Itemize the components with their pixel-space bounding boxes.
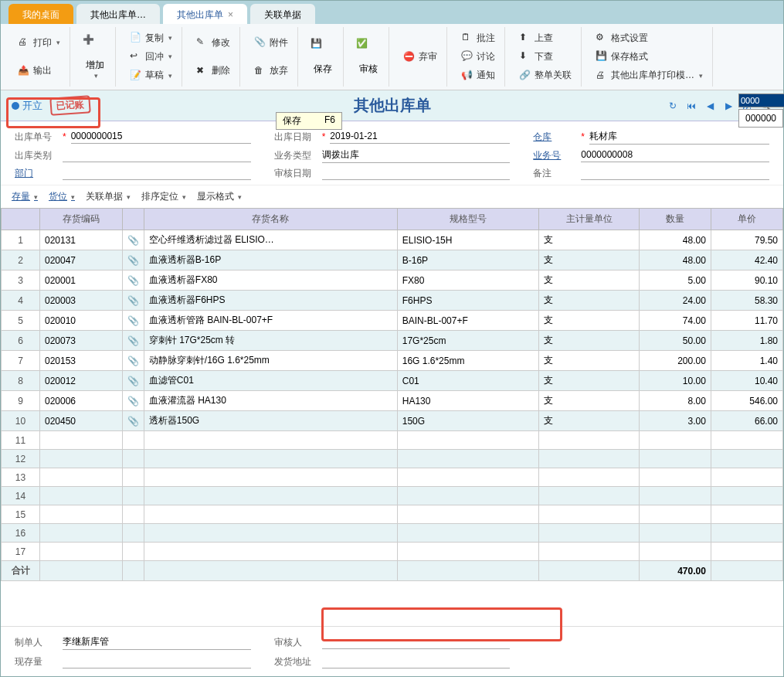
total-row: 合计470.00 [2,561,783,581]
save-button[interactable]: 💾保存 [303,27,344,87]
stock-link[interactable]: 存量▾ [12,190,38,203]
col-header[interactable]: 存货编码 [40,209,123,230]
bizno-label[interactable]: 业务号 [533,149,576,162]
stock-value [63,655,251,668]
remark-label: 备注 [533,167,576,180]
next-icon[interactable]: ▶ [721,99,735,113]
status-badge: 开立 [12,99,42,113]
addr-label: 发货地址 [274,655,317,668]
linkall-button[interactable]: 🔗整单关联 [516,67,575,83]
table-row[interactable]: 15 [2,505,783,524]
date-value[interactable]: 2019-01-21 [330,130,510,144]
search-input[interactable] [738,94,784,107]
toolbar: 🖨打印▾ 📤输出 ➕增加▾ 📄复制▾ ↩回冲▾ 📝草稿▾ ✎修改 ✖删除 📎附件… [1,24,783,90]
discard-button[interactable]: 🗑放弃 [251,63,291,79]
draft-button[interactable]: 📝草稿▾ [127,67,175,83]
table-row[interactable]: 4 020003 📎 血液透析器F6HPS F6HPS 支 24.00 58.3… [2,291,783,311]
col-header[interactable]: 规格型号 [397,209,539,230]
warehouse-label[interactable]: 仓库 [533,131,576,144]
auditor-label: 审核人 [274,636,317,649]
link-docs[interactable]: 关联单据▾ [86,190,131,203]
date-label: 出库日期 [274,131,317,144]
table-row[interactable]: 9 020006 📎 血液灌流器 HA130 HA130 支 8.00 546.… [2,391,783,411]
delete-button[interactable]: ✖删除 [193,63,233,79]
table-row[interactable]: 3 020001 📎 血液透析器FX80 FX80 支 5.00 90.10 [2,270,783,291]
auditdate-value[interactable] [322,166,511,180]
grid-toolbar: 存量▾ 货位▾ 关联单据▾ 排序定位▾ 显示格式▾ [1,185,783,208]
tabs-bar: 我的桌面 其他出库单… 其他出库单× 关联单据 [1,1,783,24]
loc-link[interactable]: 货位▾ [49,190,75,203]
page-title: 其他出库单 [354,95,431,116]
table-row[interactable]: 6 020073 📎 穿刺针 17G*25cm 转 17G*25cm 支 50.… [2,331,783,351]
note-button[interactable]: 🗒批注 [458,30,498,46]
tab-otherout-list[interactable]: 其他出库单… [76,4,160,24]
outtype-value[interactable] [63,148,251,162]
table-row[interactable]: 11 [2,431,783,450]
search-hint: 000000 [738,109,783,128]
col-header[interactable]: 主计量单位 [539,209,639,230]
stock-label: 现存量 [15,655,58,668]
table-row[interactable]: 5 020010 📎 血液透析管路 BAIN-BL-007+F BAIN-BL-… [2,311,783,331]
biztype-value[interactable]: 调拨出库 [322,148,511,163]
warehouse-value[interactable]: 耗材库 [589,129,769,145]
add-button[interactable]: ➕增加▾ [75,27,116,87]
display-btn[interactable]: 显示格式▾ [197,190,242,203]
col-header[interactable] [122,209,144,230]
first-icon[interactable]: ⏮ [684,99,698,113]
col-header[interactable]: 单价 [711,209,782,230]
table-row[interactable]: 8 020012 📎 血滤管C01 C01 支 10.00 10.40 [2,371,783,391]
refresh-icon[interactable]: ↻ [666,99,680,113]
addr-value[interactable] [322,655,511,668]
modify-button[interactable]: ✎修改 [193,35,233,51]
unaudit-button[interactable]: ⛔弃审 [400,49,440,65]
saveformat-button[interactable]: 💾保存格式 [592,49,706,65]
form-area: 出库单号*0000000015 出库日期*2019-01-21 仓库*耗材库 出… [1,121,783,185]
printtmpl-button[interactable]: 🖨其他出库单打印模…▾ [592,67,706,83]
remark-value[interactable] [581,166,769,180]
posted-stamp: 已记账 [49,95,90,116]
auditdate-label: 审核日期 [274,167,317,180]
output-button[interactable]: 📤输出 [15,63,63,79]
table-row[interactable]: 10 020450 📎 透析器150G 150G 支 3.00 66.00 [2,411,783,431]
format-button[interactable]: ⚙格式设置 [592,30,706,46]
data-grid[interactable]: 存货编码存货名称规格型号主计量单位数量单价 1 020131 📎 空心纤维透析滤… [1,208,783,626]
dept-label[interactable]: 部门 [15,167,58,180]
creator-label: 制单人 [15,636,58,649]
status-bar: 开立 已记账 其他出库单 保存F6 ↻ ⏮ ◀ ▶ ⏭ 🔍 000000 [1,90,783,121]
table-row[interactable]: 1 020131 📎 空心纤维透析滤过器 ELISIO… ELISIO-15H … [2,230,783,250]
copy-button[interactable]: 📄复制▾ [127,30,175,46]
attach-button[interactable]: 📎附件 [251,35,291,51]
table-row[interactable]: 13 [2,468,783,487]
col-header[interactable]: 数量 [639,209,711,230]
creator-value: 李继新库管 [63,634,251,650]
discuss-button[interactable]: 💬讨论 [458,49,498,65]
shortcut-tooltip: 保存F6 [276,112,342,130]
dept-value[interactable] [63,166,251,180]
col-header[interactable] [2,209,40,230]
table-row[interactable]: 7 020153 📎 动静脉穿刺针/16G 1.6*25mm 16G 1.6*2… [2,351,783,371]
prev-icon[interactable]: ◀ [703,99,717,113]
auditor-value [322,635,511,649]
tab-related[interactable]: 关联单据 [250,4,315,24]
sort-btn[interactable]: 排序定位▾ [141,190,186,203]
col-header[interactable]: 存货名称 [144,209,397,230]
bizno-value[interactable]: 0000000008 [581,148,769,162]
table-row[interactable]: 12 [2,450,783,468]
table-row[interactable]: 17 [2,543,783,561]
footer: 制单人李继新库管 审核人 现存量 发货地址 [1,626,783,676]
upcheck-button[interactable]: ⬆上查 [516,30,575,46]
table-row[interactable]: 2 020047 📎 血液透析器B-16P B-16P 支 48.00 42.4… [2,250,783,270]
audit-button[interactable]: ✅审核 [348,27,389,87]
tab-otherout[interactable]: 其他出库单× [163,4,247,24]
doc-no-value[interactable]: 0000000015 [71,130,251,144]
table-row[interactable]: 14 [2,487,783,505]
downcheck-button[interactable]: ⬇下查 [516,49,575,65]
table-row[interactable]: 16 [2,524,783,543]
notify-button[interactable]: 📢通知 [458,67,498,83]
tab-desktop[interactable]: 我的桌面 [8,4,73,24]
outtype-label: 出库类别 [15,149,58,162]
print-button[interactable]: 🖨打印▾ [15,35,63,51]
doc-no-label: 出库单号 [15,131,58,144]
back-button[interactable]: ↩回冲▾ [127,49,175,65]
close-icon[interactable]: × [228,9,233,20]
